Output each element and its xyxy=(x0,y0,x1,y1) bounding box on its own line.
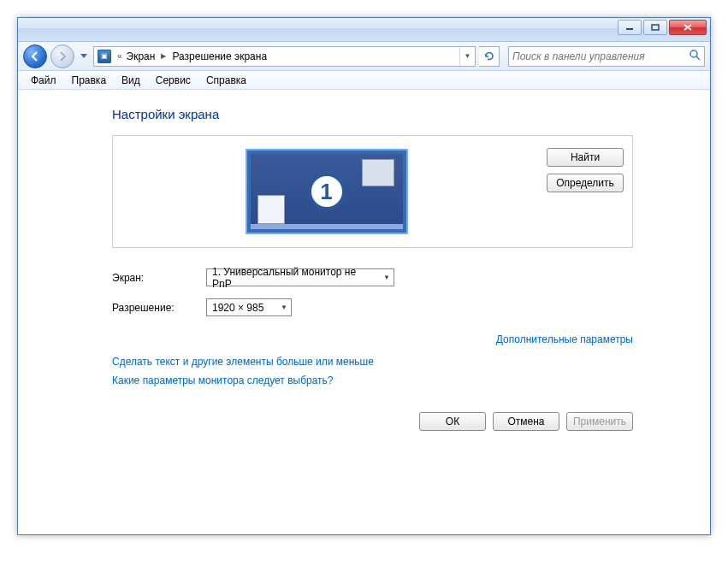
which-settings-link[interactable]: Какие параметры монитора следует выбрать… xyxy=(112,374,633,386)
nav-forward-button[interactable] xyxy=(50,44,74,68)
monitor-arrangement[interactable]: 1 xyxy=(121,144,531,239)
ok-button[interactable]: ОК xyxy=(419,412,486,431)
svg-rect-1 xyxy=(652,25,659,30)
address-bar[interactable]: ▣ « Экран ▶ Разрешение экрана ▼ xyxy=(93,46,476,67)
menu-tools[interactable]: Сервис xyxy=(148,73,198,88)
window-frame: ▣ « Экран ▶ Разрешение экрана ▼ Файл Пра… xyxy=(17,17,711,535)
svg-point-2 xyxy=(690,50,697,57)
menu-file[interactable]: Файл xyxy=(23,73,64,88)
svg-rect-0 xyxy=(626,28,633,30)
window-controls xyxy=(618,20,707,35)
navbar: ▣ « Экран ▶ Разрешение экрана ▼ xyxy=(18,42,710,71)
close-button[interactable] xyxy=(669,20,707,35)
desktop-window-decoration xyxy=(362,159,394,186)
maximize-icon xyxy=(651,24,660,31)
chevron-down-icon: ▼ xyxy=(281,304,287,311)
breadcrumb-separator: ▶ xyxy=(157,52,170,60)
refresh-button[interactable] xyxy=(479,46,500,67)
dialog-buttons: ОК Отмена Применить xyxy=(112,412,633,431)
screen-label: Экран: xyxy=(112,272,206,284)
search-icon[interactable] xyxy=(690,50,701,63)
resolution-row: Разрешение: 1920 × 985 ▼ xyxy=(112,298,633,316)
preview-side-buttons: Найти Определить xyxy=(531,144,624,192)
advanced-params-row: Дополнительные параметры xyxy=(112,333,633,345)
cancel-button[interactable]: Отмена xyxy=(493,412,559,431)
desktop-window-decoration xyxy=(257,195,285,224)
help-links-section: Сделать текст и другие элементы больше и… xyxy=(112,356,633,386)
search-box[interactable] xyxy=(508,46,705,67)
content-area: Настройки экрана 1 Найти Определить Экра… xyxy=(18,90,710,534)
minimize-button[interactable] xyxy=(618,20,642,35)
advanced-settings-link[interactable]: Дополнительные параметры xyxy=(112,333,633,345)
screen-value: 1. Универсальный монитор не PnP xyxy=(212,266,378,290)
monitor-1[interactable]: 1 xyxy=(247,150,406,233)
maximize-button[interactable] xyxy=(643,20,667,35)
search-input[interactable] xyxy=(512,50,690,62)
refresh-icon xyxy=(483,50,495,62)
nav-back-button[interactable] xyxy=(23,44,47,68)
resolution-value: 1920 × 985 xyxy=(212,302,263,314)
identify-button[interactable]: Определить xyxy=(547,174,624,192)
screen-selector[interactable]: 1. Универсальный монитор не PnP ▼ xyxy=(206,268,394,286)
chevron-down-icon: ▼ xyxy=(383,274,390,281)
arrow-right-icon xyxy=(56,50,68,62)
address-dropdown[interactable]: ▼ xyxy=(459,47,475,66)
minimize-icon xyxy=(625,24,634,31)
titlebar xyxy=(18,18,710,42)
arrow-left-icon xyxy=(29,50,41,62)
nav-history-dropdown[interactable] xyxy=(78,48,90,65)
resolution-label: Разрешение: xyxy=(112,302,206,314)
breadcrumb-item-screen[interactable]: Экран xyxy=(125,50,157,62)
breadcrumb-item-resolution[interactable]: Разрешение экрана xyxy=(170,50,269,62)
display-preview-box: 1 Найти Определить xyxy=(112,135,633,248)
control-panel-icon: ▣ xyxy=(98,50,111,63)
screen-row: Экран: 1. Универсальный монитор не PnP ▼ xyxy=(112,268,633,286)
monitor-number-badge: 1 xyxy=(308,173,346,210)
menu-bar: Файл Правка Вид Сервис Справка xyxy=(18,71,710,90)
menu-edit[interactable]: Правка xyxy=(64,73,115,88)
detect-button[interactable]: Найти xyxy=(547,148,624,167)
text-size-link[interactable]: Сделать текст и другие элементы больше и… xyxy=(112,356,633,368)
menu-help[interactable]: Справка xyxy=(198,73,254,88)
breadcrumb-overflow: « xyxy=(117,51,122,61)
page-title: Настройки экрана xyxy=(112,107,633,121)
menu-view[interactable]: Вид xyxy=(114,73,148,88)
desktop-taskbar-decoration xyxy=(251,224,403,229)
chevron-down-icon xyxy=(80,54,87,59)
close-icon xyxy=(684,24,692,31)
apply-button[interactable]: Применить xyxy=(566,412,633,431)
resolution-selector[interactable]: 1920 × 985 ▼ xyxy=(206,298,292,316)
